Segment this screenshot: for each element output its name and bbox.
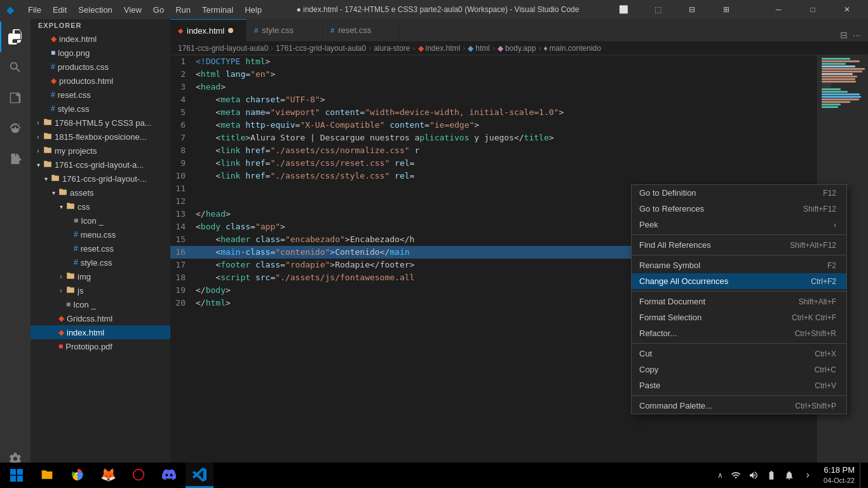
ctx-item-go-to-ref[interactable]: Go to ReferencesShift+F12 xyxy=(632,201,846,217)
ctx-item-go-to-def[interactable]: Go to DefinitionF12 xyxy=(632,185,846,201)
clock-display[interactable]: 6:18 PM 04-Oct-22 xyxy=(821,463,857,488)
window-title: ● index.html - 1742-HTML5 e CSS3 parte2-… xyxy=(267,5,609,14)
ctx-item-paste[interactable]: PasteCtrl+V xyxy=(632,377,846,393)
taskbar-chrome[interactable] xyxy=(64,463,92,488)
breadcrumb-part-2[interactable]: alura-store xyxy=(374,44,410,53)
ctx-item-refactor[interactable]: Refactor...Ctrl+Shift+R xyxy=(632,325,846,341)
taskbar-volume-icon[interactable] xyxy=(746,463,761,488)
ctx-item-cut[interactable]: CutCtrl+X xyxy=(632,346,846,362)
sidebar-item-css[interactable]: css xyxy=(31,200,170,214)
line-number-10: 10 xyxy=(170,170,196,182)
sidebar-item-style-css-1[interactable]: #style.css xyxy=(31,102,170,116)
taskbar-notification-icon[interactable] xyxy=(782,463,797,488)
line-content-6[interactable]: <meta http-equiv="X-UA-Compatible" conte… xyxy=(196,119,817,132)
breadcrumb-file[interactable]: ◆ index.html xyxy=(418,44,461,53)
taskbar-firefox[interactable]: 🦊 xyxy=(94,463,122,488)
sidebar-item-menu-css[interactable]: #menu.css xyxy=(31,227,170,241)
ctx-item-find-all-ref[interactable]: Find All ReferencesShift+Alt+F12 xyxy=(632,237,846,253)
tab-layout-btn[interactable]: ⊟ xyxy=(837,29,850,41)
activity-git-icon[interactable] xyxy=(0,83,31,113)
tab-reset-css[interactable]: # reset.css xyxy=(323,19,399,41)
sidebar-item-icon-2[interactable]: ■Icon _ xyxy=(31,297,170,311)
ctx-label-go-to-def: Go to Definition xyxy=(639,188,823,198)
layout3-icon[interactable]: ⊟ xyxy=(677,0,707,19)
sidebar-item-index-html-main[interactable]: ◆index.html xyxy=(31,325,170,339)
sidebar-item-reset-css[interactable]: #reset.css xyxy=(31,88,170,102)
line-content-2[interactable]: <html lang="en"> xyxy=(196,68,817,81)
taskbar-opera[interactable] xyxy=(125,463,153,488)
line-content-8[interactable]: <link href="./assets/css/normalize.css" … xyxy=(196,144,817,157)
activity-debug-icon[interactable] xyxy=(0,113,31,144)
sidebar-item-1761-ccs-2[interactable]: 1761-ccs-grid-layout-... xyxy=(31,172,170,186)
sidebar-item-productos-css[interactable]: #productos.css xyxy=(31,60,170,74)
ctx-item-change-all[interactable]: Change All OccurrencesCtrl+F2 xyxy=(632,273,846,289)
maximize-button[interactable]: □ xyxy=(798,0,827,19)
menu-terminal[interactable]: Terminal xyxy=(197,4,238,16)
ctx-item-copy[interactable]: CopyCtrl+C xyxy=(632,362,846,377)
activity-search-icon[interactable] xyxy=(0,52,31,83)
breadcrumb-body[interactable]: ◆ body.app xyxy=(498,44,536,53)
sidebar-item-img[interactable]: img xyxy=(31,269,170,283)
ctx-item-peek[interactable]: Peek› xyxy=(632,217,846,233)
sidebar-item-prototipo[interactable]: ■Prototipo.pdf xyxy=(31,339,170,353)
ctx-item-command-palette[interactable]: Command Palette...Ctrl+Shift+P xyxy=(632,398,846,414)
tab-index-html[interactable]: ◆ index.html xyxy=(170,19,247,41)
breadcrumb-part-0[interactable]: 1761-ccs-grid-layout-aula0 xyxy=(178,44,268,53)
sidebar-item-logo-png[interactable]: ■logo.png xyxy=(31,46,170,60)
breadcrumb-main[interactable]: ♦ main.contenido xyxy=(543,44,601,53)
taskbar-chevron-up[interactable]: ∧ xyxy=(715,463,726,488)
minimize-button[interactable]: ─ xyxy=(764,0,793,19)
line-content-9[interactable]: <link href="./assets/css/reset.css" rel= xyxy=(196,157,817,170)
tab-style-css[interactable]: # style.css xyxy=(247,19,323,41)
ctx-item-format-sel[interactable]: Format SelectionCtrl+K Ctrl+F xyxy=(632,309,846,325)
sidebar-item-productos-html[interactable]: ◆productos.html xyxy=(31,74,170,88)
ctx-shortcut-change-all: Ctrl+F2 xyxy=(811,277,836,286)
line-content-3[interactable]: <head> xyxy=(196,81,817,93)
menu-file[interactable]: File xyxy=(23,4,46,16)
taskbar-network-icon[interactable] xyxy=(728,463,743,488)
breadcrumb: 1761-ccs-grid-layout-aula0 › 1761-ccs-gr… xyxy=(170,41,868,55)
taskbar-discord[interactable] xyxy=(155,463,183,488)
layout-icon[interactable]: ⬜ xyxy=(609,0,638,19)
sidebar-item-my-projects[interactable]: my projects xyxy=(31,144,170,158)
breadcrumb-html[interactable]: ◆ html xyxy=(468,44,490,53)
sidebar-item-icon-css[interactable]: ■Icon _ xyxy=(31,214,170,227)
activity-extensions-icon[interactable] xyxy=(0,144,31,174)
taskbar-battery-icon[interactable] xyxy=(764,463,779,488)
ctx-item-format-doc[interactable]: Format DocumentShift+Alt+F xyxy=(632,294,846,309)
line-content-1[interactable]: <!DOCTYPE html> xyxy=(196,55,817,68)
sidebar-item-index-html-top[interactable]: ◆index.html xyxy=(31,32,170,46)
tab-more-btn[interactable]: ··· xyxy=(850,29,863,41)
line-number-7: 7 xyxy=(170,132,196,144)
ctx-item-rename-symbol[interactable]: Rename SymbolF2 xyxy=(632,257,846,273)
sidebar-item-gridcss[interactable]: ◆Gridcss.html xyxy=(31,311,170,325)
menu-help[interactable]: Help xyxy=(240,4,267,16)
line-content-10[interactable]: <link href="./assets/css/style.css" rel= xyxy=(196,170,817,182)
start-button[interactable] xyxy=(3,463,31,488)
menu-edit[interactable]: Edit xyxy=(48,4,72,16)
grid-icon[interactable]: ⊞ xyxy=(712,0,741,19)
taskbar-explorer[interactable] xyxy=(33,463,61,488)
line-content-4[interactable]: <meta charset="UTF-8"> xyxy=(196,93,817,106)
menu-go[interactable]: Go xyxy=(148,4,169,16)
line-content-7[interactable]: <title>Alura Store | Descargue nuestros … xyxy=(196,132,817,144)
sidebar-item-style-css-2[interactable]: #style.css xyxy=(31,255,170,269)
taskbar-show-desktop[interactable] xyxy=(860,463,865,488)
activity-explorer-icon[interactable] xyxy=(0,22,31,52)
sidebar-item-reset-css-2[interactable]: #reset.css xyxy=(31,241,170,255)
menu-view[interactable]: View xyxy=(119,4,147,16)
taskbar-tray-icons[interactable] xyxy=(799,463,818,488)
sidebar-item-1768[interactable]: 1768-HTML5 y CSS3 pa... xyxy=(31,116,170,130)
sidebar-item-1761-ccs[interactable]: 1761-ccs-grid-layout-a... xyxy=(31,158,170,172)
breadcrumb-part-1[interactable]: 1761-ccs-grid-layout-aula0 xyxy=(276,44,366,53)
sidebar-item-js[interactable]: js xyxy=(31,283,170,297)
layout2-icon[interactable]: ⬚ xyxy=(643,0,672,19)
taskbar-vscode[interactable] xyxy=(186,463,214,488)
line-content-5[interactable]: <meta name="viewport" content="width=dev… xyxy=(196,106,817,119)
menu-selection[interactable]: Selection xyxy=(73,4,117,16)
sidebar-label-1768: 1768-HTML5 y CSS3 pa... xyxy=(55,118,151,128)
sidebar-item-assets[interactable]: assets xyxy=(31,186,170,200)
sidebar-item-1815[interactable]: 1815-flexbox-posicione... xyxy=(31,130,170,144)
close-button[interactable]: ✕ xyxy=(832,0,862,19)
menu-run[interactable]: Run xyxy=(170,4,196,16)
